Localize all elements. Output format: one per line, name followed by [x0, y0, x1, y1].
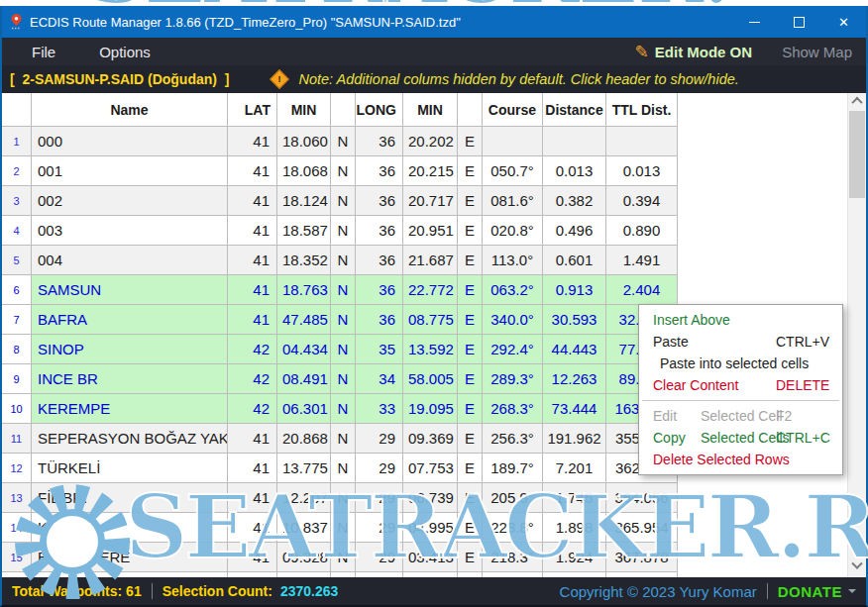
menu-item-edit[interactable]: EditSelected CellF2 — [639, 405, 842, 427]
cell-name[interactable]: 000 — [32, 127, 228, 156]
cell-distance[interactable]: 30.593 — [543, 305, 606, 335]
cell-course[interactable]: 340.0° — [483, 305, 543, 335]
cell-ns[interactable]: N — [331, 454, 356, 483]
cell-ew[interactable]: E — [458, 454, 483, 483]
table-row[interactable]: 13FİL BR.4112.207N2906.739E205.9°1.74536… — [2, 483, 848, 513]
donate-caret-icon[interactable] — [848, 589, 856, 593]
cell-lat[interactable]: 41 — [228, 454, 277, 483]
cell-ttl[interactable]: 364.056 — [606, 483, 678, 513]
column-header-name[interactable]: Name — [32, 93, 228, 127]
cell-ns[interactable]: N — [331, 513, 356, 543]
cell-long_min[interactable]: 22.772 — [403, 275, 458, 305]
row-number[interactable]: 13 — [2, 483, 32, 513]
menu-item-insert-above[interactable]: Insert Above — [639, 309, 842, 331]
row-number[interactable]: 3 — [2, 186, 32, 216]
cell-ns[interactable]: N — [331, 275, 356, 305]
cell-long[interactable]: 36 — [356, 127, 403, 156]
cell-long[interactable]: 29 — [356, 454, 403, 483]
cell-ew[interactable]: E — [458, 246, 483, 275]
cell-course[interactable]: 268.3° — [483, 394, 543, 424]
cell-lat[interactable]: 42 — [228, 394, 277, 424]
cell-lat[interactable]: 41 — [228, 156, 277, 186]
scrollbar-thumb[interactable] — [849, 111, 865, 198]
column-header-blank-7[interactable] — [458, 93, 483, 127]
cell-ttl[interactable]: 0.013 — [606, 156, 678, 186]
cell-lat_min[interactable]: 20.868 — [277, 424, 331, 454]
cell-ns[interactable]: N — [331, 543, 356, 572]
cell-ns[interactable]: N — [331, 364, 356, 394]
column-header-long[interactable]: LONG — [356, 93, 403, 127]
cell-name[interactable]: SEPERASYON BOĞAZ YAKL. — [32, 424, 228, 454]
cell-long_min[interactable]: 08.775 — [403, 305, 458, 335]
cell-distance[interactable]: 0.013 — [543, 156, 606, 186]
menu-item-paste-into-selected-cells[interactable]: Paste into selected cells — [639, 353, 842, 374]
cell-ns[interactable]: N — [331, 156, 356, 186]
cell-course[interactable]: 292.4° — [483, 335, 543, 364]
cell-long_min[interactable]: 21.687 — [403, 246, 458, 275]
cell-long[interactable]: 36 — [356, 305, 403, 335]
cell-name[interactable]: SINOP — [32, 335, 228, 364]
cell-lat_min[interactable]: 12.207 — [277, 483, 331, 513]
cell-long[interactable]: 36 — [356, 186, 403, 216]
cell-lat[interactable]: 41 — [228, 186, 277, 216]
cell-long[interactable]: 36 — [356, 156, 403, 186]
cell-ns[interactable]: N — [331, 246, 356, 275]
column-header-ttl-dist-[interactable]: TTL Dist. — [606, 93, 678, 127]
cell-lat_min[interactable]: 18.068 — [277, 156, 331, 186]
cell-distance[interactable]: 191.962 — [543, 424, 606, 454]
cell-ns[interactable]: N — [331, 483, 356, 513]
cell-long_min[interactable]: 04.995 — [403, 513, 458, 543]
row-number[interactable]: 6 — [2, 275, 32, 305]
minimize-button[interactable] — [732, 6, 777, 38]
menu-file[interactable]: File — [32, 44, 55, 60]
cell-distance[interactable]: 0.601 — [543, 246, 606, 275]
cell-distance[interactable]: 12.263 — [543, 364, 606, 394]
table-row[interactable]: 50044118.352N3621.687E113.0°0.6011.491 — [2, 246, 848, 275]
cell-course[interactable]: 218.3° — [483, 543, 543, 572]
cell-name[interactable]: BAFRA — [32, 305, 228, 335]
cell-course[interactable]: 050.7° — [483, 156, 543, 186]
cell-lat[interactable]: 41 — [228, 483, 277, 513]
cell-ns[interactable]: N — [331, 335, 356, 364]
cell-lat[interactable]: 41 — [228, 275, 277, 305]
table-row[interactable]: 14KAVAK4110.837N2904.995E223.8°1.898365.… — [2, 513, 848, 543]
cell-distance[interactable]: 1.924 — [543, 543, 606, 572]
cell-long[interactable]: 36 — [356, 275, 403, 305]
cell-course[interactable]: 289.3° — [483, 364, 543, 394]
cell-lat[interactable]: 41 — [228, 305, 277, 335]
cell-ttl[interactable] — [606, 127, 678, 156]
cell-course[interactable]: 063.2° — [483, 275, 543, 305]
cell-name[interactable]: KAVAK — [32, 513, 228, 543]
cell-lat[interactable]: 41 — [228, 127, 277, 156]
scroll-up-button[interactable] — [848, 93, 866, 109]
show-map-button[interactable]: Show Map — [782, 44, 852, 60]
cell-long_min[interactable]: 20.951 — [403, 216, 458, 246]
cell-lat_min[interactable]: 06.301 — [277, 394, 331, 424]
row-number[interactable]: 11 — [2, 424, 32, 454]
table-row[interactable]: 15BÜYÜKDERE4109.328N2903.413E218.3°1.924… — [2, 543, 848, 572]
cell-long_min[interactable]: 06.739 — [403, 483, 458, 513]
cell-long_min[interactable]: 03.413 — [403, 543, 458, 572]
cell-course[interactable]: 020.8° — [483, 216, 543, 246]
cell-ttl[interactable]: 2.404 — [606, 275, 678, 305]
cell-long[interactable]: 36 — [356, 246, 403, 275]
cell-name[interactable]: BÜYÜKDERE — [32, 543, 228, 572]
cell-ns[interactable]: N — [331, 186, 356, 216]
cell-ns[interactable]: N — [331, 394, 356, 424]
cell-name[interactable]: FİL BR. — [32, 483, 228, 513]
cell-distance[interactable] — [543, 127, 606, 156]
cell-course[interactable]: 189.7° — [483, 454, 543, 483]
row-number[interactable]: 10 — [2, 394, 32, 424]
cell-long[interactable]: 36 — [356, 216, 403, 246]
cell-lat_min[interactable]: 10.837 — [277, 513, 331, 543]
cell-name[interactable]: 001 — [32, 156, 228, 186]
cell-long_min[interactable]: 20.717 — [403, 186, 458, 216]
cell-name[interactable]: 004 — [32, 246, 228, 275]
cell-distance[interactable]: 0.496 — [543, 216, 606, 246]
cell-course[interactable] — [483, 127, 543, 156]
cell-long[interactable]: 29 — [356, 424, 403, 454]
cell-name[interactable]: TÜRKELİ — [32, 454, 228, 483]
column-header-min[interactable]: MIN — [403, 93, 458, 127]
cell-distance[interactable]: 73.444 — [543, 394, 606, 424]
cell-ttl[interactable]: 365.954 — [606, 513, 678, 543]
